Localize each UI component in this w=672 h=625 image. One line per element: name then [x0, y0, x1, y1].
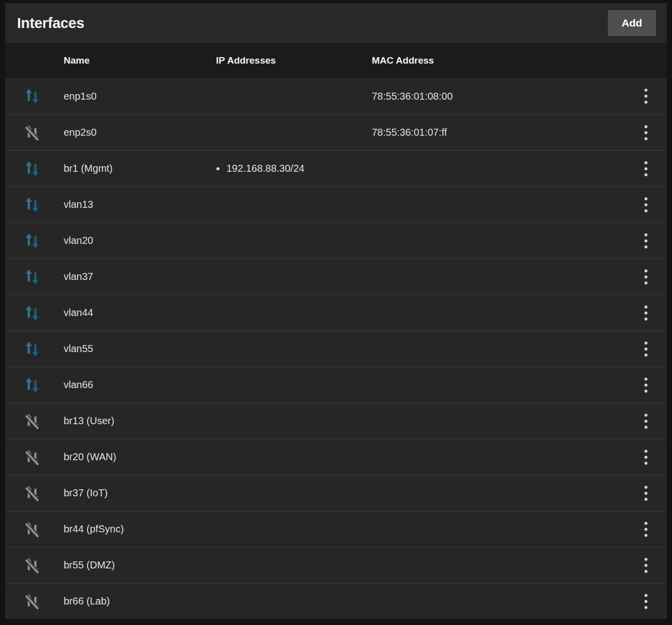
interface-name: br37 (IoT)	[59, 487, 211, 499]
kebab-dot	[644, 311, 647, 315]
table-row[interactable]: enp2s0 78:55:36:01:07:ff	[5, 114, 667, 150]
page-title: Interfaces	[17, 15, 84, 32]
row-actions-menu-button[interactable]	[637, 482, 654, 505]
kebab-dot	[644, 89, 647, 92]
kebab-dot	[644, 564, 647, 567]
kebab-dot	[644, 233, 647, 236]
column-header-mac-address: MAC Address	[367, 55, 619, 66]
kebab-dot	[644, 522, 647, 525]
interface-name: vlan44	[59, 307, 211, 319]
traffic-up-down-icon	[25, 195, 40, 214]
kebab-dot	[644, 384, 647, 387]
row-actions-menu-button[interactable]	[637, 446, 654, 469]
interface-name: br66 (Lab)	[59, 595, 211, 607]
traffic-up-down-icon	[25, 267, 40, 286]
row-actions-menu-button[interactable]	[637, 374, 654, 397]
kebab-dot	[644, 570, 647, 573]
interface-name: br44 (pfSync)	[59, 523, 211, 535]
kebab-dot	[644, 486, 647, 489]
kebab-dot	[644, 239, 647, 242]
kebab-dot	[644, 167, 647, 170]
column-header-name: Name	[59, 55, 211, 66]
kebab-dot	[644, 600, 647, 603]
kebab-dot	[644, 275, 647, 278]
traffic-disabled-icon	[25, 484, 40, 503]
kebab-dot	[644, 456, 647, 459]
row-actions-menu-button[interactable]	[637, 518, 654, 541]
traffic-up-down-icon	[25, 376, 40, 395]
interface-name: br20 (WAN)	[59, 451, 211, 463]
mac-address: 78:55:36:01:07:ff	[367, 127, 619, 138]
kebab-dot	[644, 131, 647, 134]
kebab-dot	[644, 462, 647, 465]
table-row[interactable]: br1 (Mgmt) 192.168.88.30/24	[5, 150, 667, 186]
interface-name: vlan55	[59, 343, 211, 355]
column-header-ip-addresses: IP Addresses	[211, 55, 367, 66]
table-row[interactable]: enp1s0 78:55:36:01:08:00	[5, 78, 667, 114]
table-row[interactable]: br20 (WAN)	[5, 439, 667, 475]
kebab-dot	[644, 558, 647, 561]
kebab-dot	[644, 492, 647, 495]
ip-address: 192.168.88.30/24	[216, 162, 367, 175]
table-row[interactable]: vlan13	[5, 186, 667, 222]
kebab-dot	[644, 209, 647, 212]
table-row[interactable]: vlan20	[5, 222, 667, 258]
table-row[interactable]: vlan37	[5, 258, 667, 294]
kebab-dot	[644, 281, 647, 284]
kebab-dot	[644, 348, 647, 351]
traffic-disabled-icon	[25, 412, 40, 431]
interface-name: vlan20	[59, 235, 211, 246]
kebab-dot	[644, 245, 647, 248]
interface-name: vlan66	[59, 379, 211, 391]
table-row[interactable]: br37 (IoT)	[5, 475, 667, 511]
row-actions-menu-button[interactable]	[637, 229, 654, 252]
traffic-disabled-icon	[25, 520, 40, 539]
kebab-dot	[644, 101, 647, 104]
row-actions-menu-button[interactable]	[637, 338, 654, 361]
kebab-dot	[644, 606, 647, 609]
traffic-up-down-icon	[25, 303, 40, 323]
kebab-dot	[644, 498, 647, 501]
kebab-dot	[644, 390, 647, 393]
row-actions-menu-button[interactable]	[637, 554, 654, 577]
row-actions-menu-button[interactable]	[637, 157, 654, 180]
table-header-row: Name IP Addresses MAC Address	[5, 43, 667, 78]
add-interface-button[interactable]: Add	[608, 10, 656, 36]
row-actions-menu-button[interactable]	[637, 410, 654, 433]
row-actions-menu-button[interactable]	[637, 193, 654, 216]
traffic-up-down-icon	[25, 159, 40, 178]
row-actions-menu-button[interactable]	[637, 121, 654, 144]
table-row[interactable]: vlan55	[5, 331, 667, 367]
kebab-dot	[644, 354, 647, 357]
interface-name: enp2s0	[59, 127, 211, 138]
table-row[interactable]: br13 (User)	[5, 403, 667, 439]
table-row[interactable]: br55 (DMZ)	[5, 547, 667, 583]
traffic-up-down-icon	[25, 231, 40, 250]
traffic-up-down-icon	[25, 340, 40, 359]
interface-name: br1 (Mgmt)	[59, 163, 211, 174]
table-row[interactable]: vlan66	[5, 367, 667, 403]
traffic-disabled-icon	[25, 556, 40, 575]
interface-name: br55 (DMZ)	[59, 559, 211, 571]
ip-address-list: 192.168.88.30/24	[216, 162, 367, 175]
kebab-dot	[644, 420, 647, 423]
page-background: Interfaces Add Name IP Addresses MAC Add…	[0, 0, 672, 625]
mac-address: 78:55:36:01:08:00	[367, 91, 619, 102]
row-actions-menu-button[interactable]	[637, 301, 654, 325]
interface-name: vlan37	[59, 271, 211, 282]
card-header: Interfaces Add	[5, 3, 667, 43]
table-row[interactable]: br44 (pfSync)	[5, 511, 667, 547]
kebab-dot	[644, 414, 647, 417]
row-actions-menu-button[interactable]	[637, 85, 654, 108]
kebab-dot	[644, 378, 647, 381]
kebab-dot	[644, 203, 647, 206]
kebab-dot	[644, 269, 647, 272]
kebab-dot	[644, 534, 647, 537]
kebab-dot	[644, 594, 647, 597]
row-actions-menu-button[interactable]	[637, 590, 654, 613]
kebab-dot	[644, 450, 647, 453]
table-row[interactable]: br66 (Lab)	[5, 583, 667, 619]
table-row[interactable]: vlan44	[5, 294, 667, 331]
interface-name: vlan13	[59, 199, 211, 210]
row-actions-menu-button[interactable]	[637, 265, 654, 288]
